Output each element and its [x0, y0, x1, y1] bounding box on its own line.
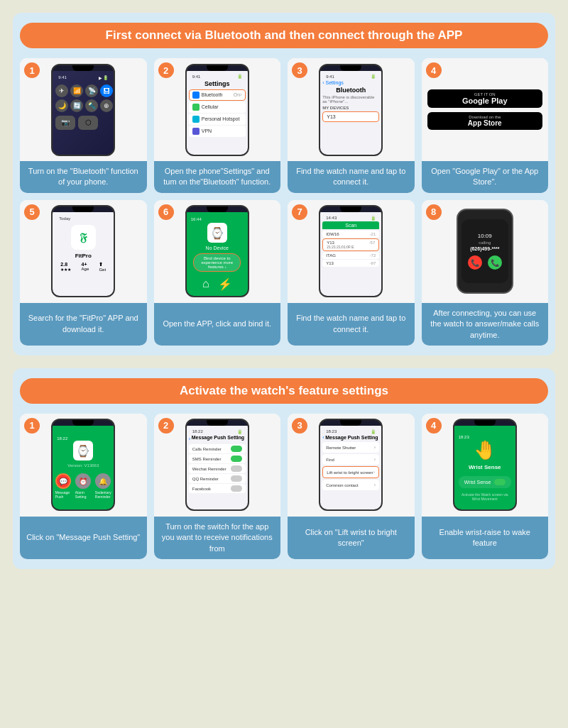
- wrist-toggle-row: Wrist Sense: [459, 476, 511, 488]
- rotation-icon: 🔄: [70, 99, 83, 112]
- step-5: 5 Today 𝔉 FitPro 2.8★★★ 4+Age: [20, 200, 147, 346]
- sms-row: SMS Reminder: [189, 454, 246, 463]
- cellular-row: Cellular: [189, 101, 246, 113]
- alarm-icon: ⏰: [75, 473, 91, 489]
- chevron-lift: ›: [373, 469, 376, 475]
- version-text: Version: V13663: [67, 463, 99, 468]
- accept-call-button[interactable]: 📞: [488, 255, 502, 270]
- s2-step-4-number: 4: [426, 418, 442, 434]
- steps-grid-1: 1 9:41 ▶ 🔋 ✈ 📶 📡: [20, 58, 548, 346]
- step-4-desc: Open "Google Play" or the App Store".: [422, 161, 549, 193]
- status-bar-s2-2: 18:22🔋: [189, 428, 246, 435]
- phone-notch-3: [340, 65, 361, 71]
- step-5-number: 5: [24, 204, 40, 220]
- call-number: (626)499-****: [470, 246, 499, 251]
- phone-screen-s2-2: 18:22🔋 ‹ Message Push Setting Calls Remi…: [187, 426, 248, 509]
- step-5-image: 5 Today 𝔉 FitPro 2.8★★★ 4+Age: [20, 200, 147, 303]
- s2-step-1: 1 18:22 ⌚ Version: V13663 💬 Message Push: [20, 414, 147, 559]
- step-2-image: 2 9:41🔋 Settings Bluetooth On ›: [154, 58, 281, 161]
- wrist-icon: 🤚: [474, 439, 496, 461]
- end-call-button[interactable]: 📞: [468, 255, 482, 270]
- calling-label: calling: [479, 241, 491, 245]
- torch-icon: 🔦: [85, 99, 98, 112]
- step-3-phone: 9:41🔋 ‹ Settings Bluetooth This iPhone i…: [319, 64, 383, 156]
- wrist-sense-label: Wrist Sense: [469, 464, 501, 470]
- google-play-name: Google Play: [433, 96, 537, 105]
- section-1-header: First connect via Bluetooth and then con…: [20, 23, 548, 48]
- wechat-toggle[interactable]: [231, 465, 242, 472]
- bluetooth-label: Bluetooth: [202, 92, 223, 97]
- lift-wrist-label: Lift wrist to bright screen: [327, 470, 373, 475]
- step-2: 2 9:41🔋 Settings Bluetooth On ›: [154, 58, 281, 193]
- watch-screen: 10:09 calling (626)499-**** 📞 📞: [462, 219, 508, 283]
- bottom-icons: ⌂ ⚡: [202, 277, 232, 291]
- focus-icon: ⊕: [100, 99, 113, 112]
- hotspot-label: Personal Hotspot: [202, 116, 240, 121]
- scan-device-4: Y13-97: [322, 260, 379, 267]
- wrist-sense-screen: 18:23 🤚 Wrist Sense Wrist Sense Activate…: [454, 426, 515, 509]
- app-store-button[interactable]: Download on the App Store: [427, 112, 543, 130]
- cellular-icon: [192, 104, 200, 111]
- find-row: Find ›: [322, 454, 379, 465]
- status-bar-2: 9:41🔋: [189, 73, 246, 80]
- calls-toggle[interactable]: [231, 446, 242, 452]
- step-4-image: 4 GET IT ON Google Play Download on the …: [422, 58, 549, 161]
- s2-step-2-image: 2 18:22🔋 ‹ Message Push Setting Calls Re…: [154, 414, 281, 517]
- sms-label: SMS Reminder: [192, 457, 222, 461]
- call-buttons: 📞 📞: [468, 255, 502, 270]
- bt-title: Bluetooth: [322, 87, 379, 94]
- vpn-label: VPN: [202, 128, 212, 133]
- lift-header-row: ‹ Message Push Setting: [322, 435, 379, 440]
- step-7-desc: Find the watch name and tap to connect i…: [288, 303, 415, 346]
- facebook-row: Facebook: [189, 484, 246, 493]
- step-6: 6 16:44 ⌚ No Device Bind device to exper…: [154, 200, 281, 346]
- find-label: Find: [326, 458, 334, 462]
- airplane-icon: ✈: [55, 84, 68, 97]
- step-7: 7 14:43🔋 Scan IDW16-21 Y13-57 21:2: [288, 200, 415, 346]
- wrist-toggle[interactable]: [494, 479, 506, 485]
- google-play-button[interactable]: GET IT ON Google Play: [427, 89, 543, 108]
- bolt-icon: ⚡: [218, 277, 232, 291]
- status-time: 9:41: [58, 75, 67, 80]
- s2-step-4-image: 4 18:23 🤚 Wrist Sense Wrist Sense Ac: [422, 414, 549, 517]
- step-2-desc: Open the phone"Settings" and tum on the"…: [154, 161, 281, 193]
- common-contact-label: Common contact: [326, 483, 358, 487]
- s2-step-3-desc: Click on "Lift wrist to bright screen": [288, 517, 415, 559]
- step-1-image: 1 9:41 ▶ 🔋 ✈ 📶 📡: [20, 58, 147, 161]
- s2-watch-icon: ⌚: [73, 441, 93, 460]
- settings-title: Settings: [189, 80, 246, 87]
- phone-screen-s2-4: 18:23 🤚 Wrist Sense Wrist Sense Activate…: [454, 426, 515, 509]
- bind-button[interactable]: Bind device to experience more features …: [193, 253, 241, 272]
- qq-toggle[interactable]: [231, 475, 242, 482]
- s2-step-1-phone: 18:22 ⌚ Version: V13663 💬 Message Push ⏰: [51, 419, 115, 511]
- smartwatch: 10:09 calling (626)499-**** 📞 📞: [457, 209, 513, 294]
- cellular-icon: 📡: [85, 84, 98, 97]
- fitpro-icon: 𝔉: [80, 231, 87, 244]
- my-devices-label: MY DEVICES: [322, 106, 379, 110]
- s2-step-1-number: 1: [24, 418, 40, 434]
- push-setting-title: Message Push Setting: [324, 435, 380, 440]
- wrist-activate-text: Activate the Watch screen via Wrist Move…: [459, 492, 511, 501]
- step-1-phone: 9:41 ▶ 🔋 ✈ 📶 📡 ⛾ 🌙 🔄 🔦: [51, 64, 115, 156]
- phone-screen-s2-1: 18:22 ⌚ Version: V13663 💬 Message Push ⏰: [53, 426, 114, 509]
- sms-toggle[interactable]: [231, 456, 242, 462]
- back-btn: ‹ Settings: [322, 80, 344, 85]
- vpn-row: VPN: [189, 126, 246, 137]
- no-device-text: No Device: [206, 246, 229, 250]
- s2-step-1-desc: Click on "Message Push Setting": [20, 517, 147, 559]
- step-1-number: 1: [24, 62, 40, 78]
- section-2-header: Activate the watch's feature settings: [20, 378, 548, 404]
- share-icon: ⬡: [78, 116, 98, 130]
- s2-step-4-desc: Enable wrist-raise to wake feature: [422, 517, 549, 559]
- phone-notch-s2-1: [72, 420, 94, 426]
- s2-step-2-desc: Turn on the switch for the app you want …: [154, 517, 281, 559]
- step-3: 3 9:41🔋 ‹ Settings Bluetooth This iPhone…: [288, 58, 415, 193]
- msg-push-icon: 💬: [55, 473, 71, 489]
- section-1: First connect via Bluetooth and then con…: [13, 13, 555, 355]
- phone-notch-s2-3: [340, 420, 361, 426]
- s2-step-3-phone: 18:23🔋 ‹ Message Push Setting Remote Shu…: [319, 419, 383, 511]
- section-2: Activate the watch's feature settings 1 …: [13, 368, 555, 569]
- facebook-toggle[interactable]: [231, 485, 242, 492]
- step-8-image: 8 10:09 calling (626)499-**** 📞 📞: [422, 200, 549, 303]
- step-6-desc: Open the APP, click and bind it.: [154, 303, 281, 346]
